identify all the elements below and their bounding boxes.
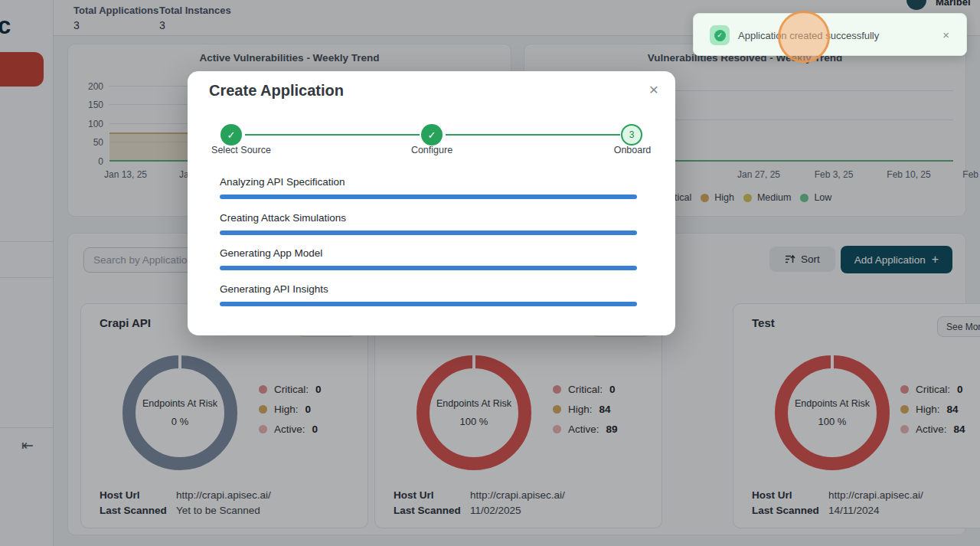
task-progress-bar [220, 230, 637, 235]
stepper-line [446, 134, 620, 136]
close-icon[interactable]: × [649, 80, 658, 99]
create-application-modal: Create Application × ✓ ✓ 3 Select Source… [188, 71, 675, 335]
step-label: Select Source [188, 145, 295, 155]
check-icon: ✓ [714, 30, 726, 41]
step-select-source-circle: ✓ [220, 124, 242, 145]
check-icon: ✓ [428, 129, 436, 141]
task-label: Creating Attack Simulations [220, 212, 346, 224]
step-configure-circle: ✓ [421, 124, 443, 145]
task-label: Generating API Insights [220, 283, 328, 295]
step-number: 3 [629, 129, 635, 140]
click-highlight [778, 11, 830, 63]
step-label: Onboard [579, 145, 686, 155]
task-label: Generating App Model [220, 247, 322, 259]
step-label: Configure [378, 145, 485, 155]
task-progress-bar [220, 195, 637, 199]
success-icon: ✓ [710, 25, 730, 45]
stepper-line [245, 134, 420, 136]
step-onboard-circle: 3 [621, 124, 642, 145]
task-progress-bar [220, 266, 637, 270]
task-progress-bar [220, 302, 637, 306]
success-toast: ✓ Application created successfully × [693, 13, 967, 56]
modal-title: Create Application [209, 82, 344, 100]
task-label: Analyzing API Specification [220, 176, 345, 188]
close-icon[interactable]: × [942, 28, 949, 41]
check-icon: ✓ [227, 129, 236, 141]
